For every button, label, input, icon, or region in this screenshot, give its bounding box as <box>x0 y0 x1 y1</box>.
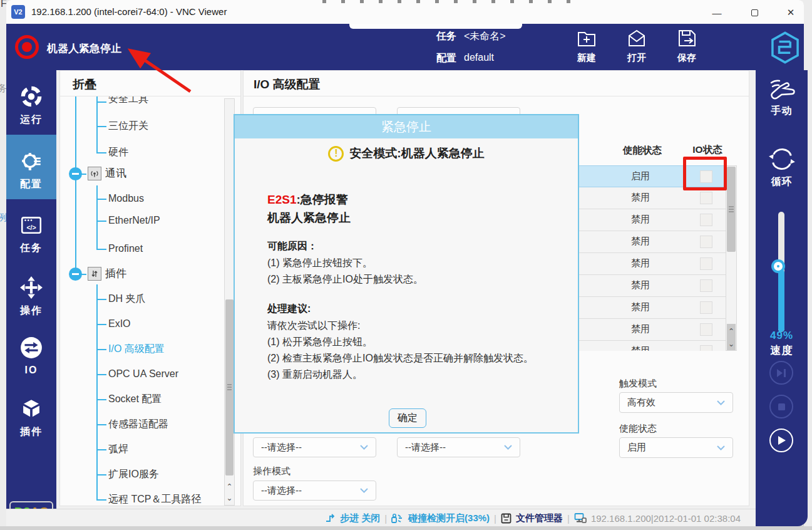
tree-item[interactable]: 弧焊 <box>108 442 128 456</box>
sidebar-item-task[interactable]: </> 任务 <box>6 213 56 255</box>
plugin-node-icon <box>88 267 101 281</box>
estop-status-text: 机器人紧急停止 <box>47 41 121 56</box>
enable-state-select[interactable]: 启用 <box>619 437 733 458</box>
vnc-logo: V2 <box>11 5 25 19</box>
collapse-toggle[interactable] <box>69 268 82 281</box>
skip-end-icon <box>776 368 786 378</box>
sidebar-item-operate[interactable]: 操作 <box>6 276 56 318</box>
cause-2: (2) 主板紧急停止IO处于触发状态。 <box>267 273 423 286</box>
scroll-up-icon[interactable]: ⌃ <box>225 481 234 492</box>
io-state-checkbox[interactable] <box>700 345 712 351</box>
tree-item[interactable]: EtherNet/IP <box>108 214 160 227</box>
warning-icon: ! <box>328 146 344 162</box>
error-code-line: E2S1:急停报警 <box>267 192 348 208</box>
config-value: default <box>464 52 494 63</box>
tree-item[interactable]: 扩展IO服务 <box>108 467 159 481</box>
tree-item[interactable]: Profinet <box>108 242 143 256</box>
maximize-button[interactable] <box>740 4 769 21</box>
collision-status[interactable]: 碰撞检测开启(33%) <box>408 512 490 524</box>
task-label: 任务 <box>436 30 456 43</box>
operation-mode-select[interactable]: --请选择-- <box>253 481 376 501</box>
tree-item[interactable]: Modbus <box>108 192 144 205</box>
io-state-checkbox[interactable] <box>700 214 712 226</box>
title-bar: V2 192.168.1.200 (intel-corei7-64:0) - V… <box>6 0 804 24</box>
sidebar-item-config[interactable]: 配置 <box>6 149 56 191</box>
tree-item-comm[interactable]: 通讯 <box>105 167 126 180</box>
io-swap-icon <box>19 336 43 360</box>
tree-item[interactable]: ExIO <box>108 317 131 331</box>
maximize-icon <box>751 9 758 16</box>
minimize-button[interactable]: — <box>702 4 731 21</box>
io-state-checkbox[interactable] <box>700 301 712 314</box>
io-state-checkbox[interactable] <box>700 279 712 292</box>
step-icon <box>324 512 336 524</box>
io-state-checkbox[interactable] <box>700 323 712 336</box>
estop-dialog: 紧急停止 ! 安全模式:机器人紧急停止 E2S1:急停报警 机器人紧急停止 可能… <box>234 114 579 434</box>
tree-item-plugin[interactable]: 插件 <box>105 267 126 281</box>
dialog-heading: ! 安全模式:机器人紧急停止 <box>235 145 578 162</box>
io-state-checkbox[interactable] <box>700 257 712 270</box>
tree-scrollbar-thumb[interactable] <box>225 299 234 475</box>
collision-icon <box>391 512 404 524</box>
annotation-arrow <box>124 44 196 97</box>
step-status[interactable]: 步进 关闭 <box>340 512 380 524</box>
sidebar-item-plugin[interactable]: 插件 <box>6 397 56 439</box>
tree-item[interactable]: 传感器适配器 <box>108 417 168 431</box>
tree-item[interactable]: OPC UA Server <box>108 367 178 381</box>
save-button[interactable]: 保存 <box>665 28 709 64</box>
tree-header-title[interactable]: 折叠 <box>73 76 96 93</box>
tree-item[interactable]: 远程 TCP＆工具路径 <box>108 492 201 506</box>
table-scrollbar[interactable]: ⌃ ⌄ <box>726 165 737 351</box>
new-button[interactable]: 新建 <box>565 28 609 64</box>
gear-icon <box>19 149 43 173</box>
estop-indicator-dot <box>22 42 32 52</box>
scroll-down-icon[interactable]: ⌄ <box>225 492 234 504</box>
step-to-end-button[interactable] <box>769 361 793 385</box>
speed-value: 49% <box>756 330 808 342</box>
chevron-down-icon <box>504 445 512 450</box>
ok-button[interactable]: 确定 <box>389 408 426 428</box>
scroll-up-icon[interactable]: ⌃ <box>727 325 736 337</box>
advice-title: 处理建议: <box>267 303 311 316</box>
annotation-red-box <box>683 157 727 190</box>
io-state-checkbox[interactable] <box>700 236 712 248</box>
cycle-mode-button[interactable] <box>756 147 808 174</box>
col-header-io: IO状态 <box>685 143 730 157</box>
close-button[interactable]: ✕ <box>776 4 805 21</box>
play-button[interactable] <box>769 429 793 452</box>
collapse-toggle[interactable] <box>69 167 82 180</box>
stop-button[interactable] <box>769 395 793 418</box>
chevron-down-icon <box>717 445 725 450</box>
tree-item[interactable]: Socket 配置 <box>108 392 162 406</box>
file-manager-link[interactable]: 文件管理器 <box>516 512 563 524</box>
io-state-checkbox[interactable] <box>700 192 712 204</box>
manual-mode-button[interactable] <box>756 79 808 105</box>
tree-item[interactable]: 硬件 <box>108 145 128 159</box>
table-scrollbar-thumb[interactable] <box>727 167 736 252</box>
tree-item[interactable]: 三位开关 <box>108 119 148 133</box>
sidebar-item-run[interactable]: 运行 <box>6 85 56 127</box>
window-title: 192.168.1.200 (intel-corei7-64:0) - VNC … <box>31 6 227 17</box>
tree-content: 安全工具 三位开关 硬件 通讯 Modbus EtherNet/IP Profi… <box>60 71 240 506</box>
speed-slider-fill <box>778 269 784 332</box>
open-icon <box>626 28 647 48</box>
screen: F 务 例 V2 192.168.1.200 (intel-corei7-64:… <box>0 0 812 530</box>
run-icon <box>19 85 43 108</box>
error-submessage: 机器人紧急停止 <box>267 210 351 226</box>
vnc-toolbar-tab[interactable] <box>349 24 522 29</box>
scroll-down-icon[interactable]: ⌄ <box>727 338 736 350</box>
open-button[interactable]: 打开 <box>615 28 659 64</box>
tree-item-io-advanced-selected[interactable]: I/O 高级配置 <box>108 342 165 356</box>
enable-state-label: 使能状态 <box>619 423 657 435</box>
speed-slider-handle[interactable] <box>774 262 783 271</box>
trigger-mode-select[interactable]: 高有效 <box>619 392 733 413</box>
speed-slider-track[interactable] <box>778 212 784 332</box>
comm-node-icon <box>88 167 101 180</box>
tree-item[interactable]: DH 夹爪 <box>108 292 146 306</box>
select-2[interactable]: --请选择-- <box>397 437 520 457</box>
select-1[interactable]: --请选择-- <box>253 437 376 457</box>
sidebar-item-io[interactable]: IO <box>6 336 56 376</box>
dialog-title-bar: 紧急停止 <box>235 115 578 138</box>
advice-1: (1) 松开紧急停止按钮。 <box>267 336 373 349</box>
svg-text:</>: </> <box>26 224 36 231</box>
